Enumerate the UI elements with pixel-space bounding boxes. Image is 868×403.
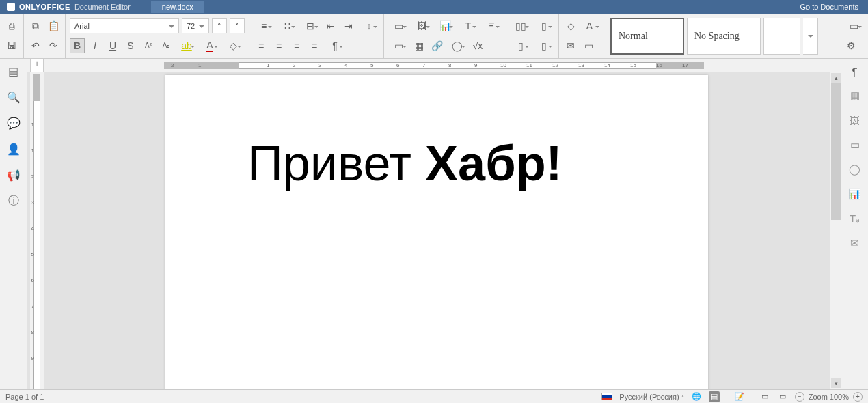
style-copy-button[interactable]: Aͣ <box>581 18 601 33</box>
vertical-scrollbar[interactable]: ▴ ▾ <box>830 72 841 389</box>
style-nospacing[interactable]: No Spacing <box>687 18 761 55</box>
strike-button[interactable]: S <box>123 38 138 53</box>
align-left-button[interactable]: ≡ <box>254 38 269 53</box>
nonprinting-button[interactable]: ¶ <box>325 38 345 53</box>
header-settings-icon[interactable]: ▭ <box>848 138 862 152</box>
mailmerge-settings-icon[interactable]: ✉ <box>848 236 862 250</box>
insert-shape-button[interactable]: ◯ <box>447 38 467 53</box>
main-area: ▤ 🔍 💬 👤 📢 ⓘ └ 2 1 1 2 3 4 5 6 7 8 9 <box>0 59 868 389</box>
settings-button[interactable]: ⚙ <box>843 38 858 53</box>
thumbnails-icon[interactable]: ▤ <box>7 64 21 78</box>
ruler-tick: 14 <box>604 62 610 68</box>
insert-textart-button[interactable]: T <box>458 18 478 33</box>
highlight-button[interactable]: ab <box>176 38 197 53</box>
chart-settings-icon[interactable]: 📊 <box>848 187 862 201</box>
insert-equation-button[interactable]: √x <box>470 38 485 53</box>
numbering-button[interactable]: ∷ <box>277 18 297 33</box>
zoom-value[interactable]: Zoom 100% <box>809 393 849 401</box>
logo-icon <box>7 3 15 11</box>
ruler-corner[interactable]: └ <box>30 59 44 72</box>
ruler-tick: 9 <box>474 62 477 68</box>
textart-settings-icon[interactable]: Tₐ <box>848 212 862 225</box>
style-more[interactable] <box>763 18 800 55</box>
document-name: new.docx <box>162 3 193 11</box>
arrange-button[interactable]: ▯ <box>534 38 554 53</box>
style-normal[interactable]: Normal <box>610 18 684 55</box>
feedback-icon[interactable]: 📢 <box>7 168 21 182</box>
fit-width-icon[interactable]: ▭ <box>777 391 788 402</box>
view-button[interactable]: ▭ <box>843 18 864 33</box>
indent-dec-button[interactable]: ⇤ <box>323 18 338 33</box>
font-size-up[interactable]: ˄ <box>212 18 227 33</box>
scroll-down-button[interactable]: ▾ <box>831 378 841 388</box>
paste-button[interactable]: 📋 <box>46 18 61 33</box>
bullets-button[interactable]: ≡ <box>254 18 274 33</box>
comments-button[interactable]: ▭ <box>581 38 596 53</box>
comments-icon[interactable]: 💬 <box>7 116 21 130</box>
copy-button[interactable]: ⧉ <box>28 18 43 33</box>
print-button[interactable]: ⎙ <box>4 18 19 33</box>
search-icon[interactable]: 🔍 <box>7 90 21 104</box>
section-button[interactable]: ▯ <box>534 18 554 33</box>
eraser-button[interactable]: ◇ <box>563 18 578 33</box>
align-center-button[interactable]: ≡ <box>271 38 286 53</box>
underline-button[interactable]: U <box>105 38 120 53</box>
mailmerge-button[interactable]: ✉ <box>563 38 578 53</box>
group-styles: Normal No Spacing <box>606 14 839 58</box>
zoom-in-button[interactable]: + <box>853 392 863 402</box>
columns-button[interactable]: ▯▯ <box>511 18 531 33</box>
page[interactable]: Привет Хабр! <box>165 75 708 389</box>
redo-button[interactable]: ↷ <box>46 38 61 53</box>
line-spacing-button[interactable]: ↕ <box>359 18 379 33</box>
subscript-button[interactable]: A₂ <box>159 38 174 53</box>
track-changes-icon[interactable]: ▤ <box>709 391 720 402</box>
superscript-button[interactable]: A² <box>141 38 156 53</box>
page-indicator[interactable]: Page 1 of 1 <box>5 393 44 401</box>
insert-dropcap-button[interactable]: Ξ <box>481 18 502 33</box>
spellcheck-icon[interactable]: 🌐 <box>691 391 702 402</box>
page-holder[interactable]: Привет Хабр! <box>44 72 830 389</box>
goto-documents-link[interactable]: Go to Documents <box>790 3 868 11</box>
insert-link-button[interactable]: 🔗 <box>429 38 444 53</box>
scroll-thumb[interactable] <box>831 83 841 220</box>
zoom-out-button[interactable]: − <box>795 392 804 402</box>
font-size-value: 72 <box>187 22 195 30</box>
align-right-button[interactable]: ≡ <box>289 38 304 53</box>
clear-format-button[interactable]: ◇ <box>223 38 243 53</box>
bold-button[interactable]: B <box>70 38 85 53</box>
scroll-up-button[interactable]: ▴ <box>831 73 841 83</box>
undo-button[interactable]: ↶ <box>28 38 43 53</box>
about-icon[interactable]: ⓘ <box>7 194 21 208</box>
horizontal-ruler[interactable]: 2 1 1 2 3 4 5 6 7 8 9 10 11 12 13 14 15 … <box>164 59 841 72</box>
ruler-tick: 12 <box>552 62 558 68</box>
align-justify-button[interactable]: ≡ <box>307 38 322 53</box>
save-button[interactable]: 🖫 <box>4 38 19 53</box>
image-settings-icon[interactable]: 🖼 <box>848 113 862 127</box>
insert-chart-button[interactable]: 📊 <box>435 18 455 33</box>
fit-page-icon[interactable]: ▭ <box>759 391 770 402</box>
insert-image-button[interactable]: 🖼 <box>411 18 432 33</box>
font-size-down[interactable]: ˅ <box>230 18 245 33</box>
align-objects-button[interactable]: ▯ <box>511 38 531 53</box>
collaboration-icon[interactable]: 👤 <box>7 142 21 156</box>
italic-button[interactable]: I <box>87 38 103 53</box>
multilevel-button[interactable]: ⊟ <box>300 18 321 33</box>
insert-table-button[interactable]: ▦ <box>411 38 426 53</box>
insert-header-button[interactable]: ▭ <box>388 38 409 53</box>
paragraph-settings-icon[interactable]: ¶ <box>848 64 862 78</box>
font-size-select[interactable]: 72 <box>182 18 209 33</box>
font-select[interactable]: Arial <box>70 18 179 33</box>
insert-page-break-button[interactable]: ▭ <box>388 18 409 33</box>
document-text[interactable]: Привет Хабр! <box>247 137 626 191</box>
indent-inc-button[interactable]: ⇥ <box>341 18 356 33</box>
table-settings-icon[interactable]: ▦ <box>848 89 862 102</box>
font-color-button[interactable]: A <box>200 38 220 53</box>
styles-dropdown[interactable] <box>803 18 818 55</box>
language-select[interactable]: Русский (Россия) ˄ <box>619 393 683 401</box>
doclang-icon[interactable]: 📝 <box>734 391 745 402</box>
document-tab[interactable]: new.docx <box>151 1 204 13</box>
shape-settings-icon[interactable]: ◯ <box>848 163 862 176</box>
ruler-tick: 11 <box>526 62 532 68</box>
style-normal-label: Normal <box>619 31 648 42</box>
vertical-ruler[interactable]: 1 1 2 3 4 5 6 7 8 9 <box>30 72 44 389</box>
